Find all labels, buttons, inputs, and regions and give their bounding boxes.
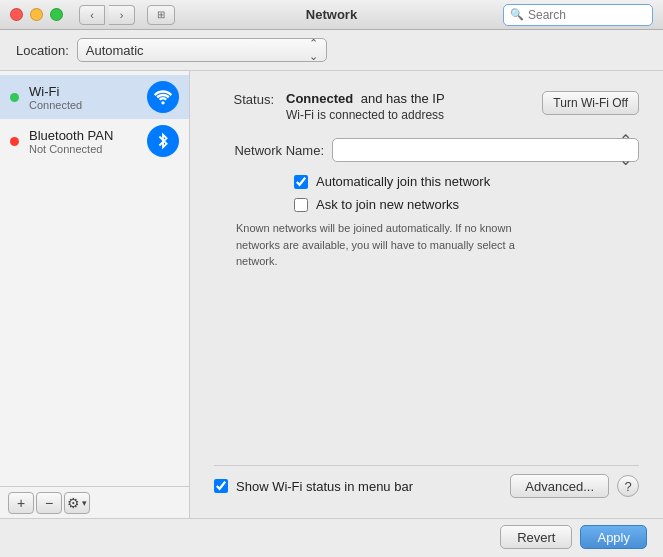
status-value: Connected — [286, 91, 353, 106]
panel-bottom-row: Show Wi-Fi status in menu bar Advanced..… — [214, 465, 639, 498]
help-button[interactable]: ? — [617, 475, 639, 497]
search-input[interactable] — [528, 8, 646, 22]
turn-wifi-button[interactable]: Turn Wi-Fi Off — [542, 91, 639, 115]
chevron-down-icon: ▾ — [82, 498, 87, 508]
revert-button[interactable]: Revert — [500, 525, 572, 549]
forward-button[interactable]: › — [109, 5, 135, 25]
show-wifi-area: Show Wi-Fi status in menu bar — [214, 479, 413, 494]
status-info: Connected and has the IP Wi-Fi is connec… — [286, 91, 530, 122]
sidebar-toolbar: + − ⚙ ▾ — [0, 486, 189, 518]
ask-join-checkbox[interactable] — [294, 198, 308, 212]
wifi-item-text: Wi-Fi Connected — [29, 84, 137, 111]
network-name-label: Network Name: — [214, 143, 324, 158]
bluetooth-item-text: Bluetooth PAN Not Connected — [29, 128, 137, 155]
sidebar-item-bluetooth-pan[interactable]: Bluetooth PAN Not Connected — [0, 119, 189, 163]
bluetooth-item-status: Not Connected — [29, 143, 137, 155]
location-select[interactable]: Automatic ⌃⌄ — [77, 38, 327, 62]
bluetooth-icon — [147, 125, 179, 157]
bluetooth-status-indicator — [10, 137, 19, 146]
window-controls — [10, 8, 63, 21]
window-title: Network — [306, 7, 357, 22]
footer-row: Revert Apply — [0, 518, 663, 557]
apply-button[interactable]: Apply — [580, 525, 647, 549]
status-desc: Wi-Fi is connected to address — [286, 108, 530, 122]
show-wifi-checkbox[interactable] — [214, 479, 228, 493]
right-panel: Status: Connected and has the IP Wi-Fi i… — [190, 71, 663, 518]
show-wifi-label: Show Wi-Fi status in menu bar — [236, 479, 413, 494]
ask-join-row: Ask to join new networks — [294, 197, 639, 212]
maximize-button[interactable] — [50, 8, 63, 21]
gear-icon: ⚙ — [67, 495, 80, 511]
gear-button[interactable]: ⚙ ▾ — [64, 492, 90, 514]
wifi-item-status: Connected — [29, 99, 137, 111]
close-button[interactable] — [10, 8, 23, 21]
main-content: Location: Automatic ⌃⌄ Wi-Fi Connected — [0, 30, 663, 557]
chevron-down-icon: ⌃⌄ — [619, 131, 632, 169]
network-name-select[interactable]: ⌃⌄ — [332, 138, 639, 162]
auto-join-checkbox[interactable] — [294, 175, 308, 189]
ask-join-label: Ask to join new networks — [316, 197, 459, 212]
location-value: Automatic — [86, 43, 144, 58]
nav-buttons: ‹ › — [79, 5, 135, 25]
auto-join-row: Automatically join this network — [294, 174, 639, 189]
add-network-button[interactable]: + — [8, 492, 34, 514]
status-label: Status: — [214, 91, 274, 107]
grid-button[interactable]: ⊞ — [147, 5, 175, 25]
wifi-icon — [147, 81, 179, 113]
sidebar-list: Wi-Fi Connected — [0, 71, 189, 167]
location-bar: Location: Automatic ⌃⌄ — [0, 30, 663, 70]
chevron-down-icon: ⌃⌄ — [309, 37, 318, 63]
search-box[interactable]: 🔍 — [503, 4, 653, 26]
auto-join-label: Automatically join this network — [316, 174, 490, 189]
search-icon: 🔍 — [510, 8, 524, 21]
advanced-button[interactable]: Advanced... — [510, 474, 609, 498]
status-row: Status: Connected and has the IP Wi-Fi i… — [214, 91, 639, 122]
back-button[interactable]: ‹ — [79, 5, 105, 25]
minimize-button[interactable] — [30, 8, 43, 21]
wifi-status-indicator — [10, 93, 19, 102]
bluetooth-item-name: Bluetooth PAN — [29, 128, 137, 143]
network-name-row: Network Name: ⌃⌄ — [214, 138, 639, 162]
remove-network-button[interactable]: − — [36, 492, 62, 514]
panel-bottom-right: Advanced... ? — [510, 474, 639, 498]
status-suffix: and has the IP — [361, 91, 445, 106]
svg-point-0 — [161, 101, 164, 104]
sidebar-item-wifi[interactable]: Wi-Fi Connected — [0, 75, 189, 119]
titlebar: ‹ › ⊞ Network 🔍 — [0, 0, 663, 30]
ask-join-sublabel: Known networks will be joined automatica… — [236, 220, 536, 270]
sidebar: Wi-Fi Connected — [0, 71, 190, 518]
body-area: Wi-Fi Connected — [0, 70, 663, 518]
location-label: Location: — [16, 43, 69, 58]
wifi-item-name: Wi-Fi — [29, 84, 137, 99]
